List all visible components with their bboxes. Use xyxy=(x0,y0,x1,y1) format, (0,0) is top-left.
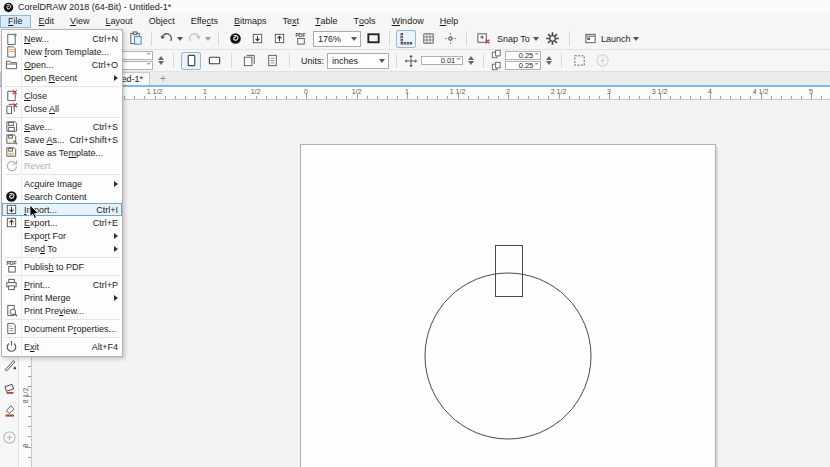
export-button[interactable] xyxy=(269,30,289,48)
file-menu-item-document-properties[interactable]: Document Properties... xyxy=(2,322,122,335)
menubar-item-table[interactable]: Table xyxy=(307,15,346,28)
file-menu-item-export[interactable]: Export...Ctrl+E xyxy=(2,216,122,229)
spin-up-icon[interactable] xyxy=(546,56,552,60)
file-menu-item-send-to[interactable]: Send To xyxy=(2,242,122,255)
property-bar: ""Units:inches0.01 "0.25 "0.25 " xyxy=(0,50,830,72)
file-menu-item-import[interactable]: Import...Ctrl+I xyxy=(2,203,122,216)
menubar-item-text[interactable]: Text xyxy=(275,15,308,28)
file-menu-item-new[interactable]: New...Ctrl+N xyxy=(2,32,122,45)
pen-tool-button[interactable] xyxy=(2,358,17,373)
menubar-item-bitmaps[interactable]: Bitmaps xyxy=(226,15,275,28)
ruler-tick xyxy=(447,96,448,99)
landscape-button[interactable] xyxy=(204,52,224,70)
menubar-item-tools[interactable]: Tools xyxy=(346,15,384,28)
show-grid-button[interactable] xyxy=(418,30,438,48)
file-menu-item-print[interactable]: Print...Ctrl+P xyxy=(2,278,122,291)
drawing-rectangle[interactable] xyxy=(496,246,523,297)
file-menu-item-open-recent[interactable]: Open Recent xyxy=(2,71,122,84)
file-menu-item-new-from-template[interactable]: New from Template... xyxy=(2,45,122,58)
snap-to-dropdown[interactable]: Snap To xyxy=(495,34,541,44)
all-pages-button[interactable] xyxy=(239,52,259,70)
current-page-button[interactable] xyxy=(262,52,282,70)
spin-down-icon[interactable] xyxy=(468,61,474,65)
close-document-icon xyxy=(3,89,20,102)
menubar-item-effects[interactable]: Effects xyxy=(183,15,226,28)
file-menu-item-revert[interactable]: Revert xyxy=(2,159,122,172)
file-menu-item-open[interactable]: Open...Ctrl+O xyxy=(2,58,122,71)
show-rulers-icon xyxy=(399,31,414,46)
menubar-item-layout[interactable]: Layout xyxy=(98,15,141,28)
chevron-down-icon xyxy=(533,37,539,41)
dropdown-button[interactable] xyxy=(375,54,388,68)
ruler-label: 4 xyxy=(708,88,712,95)
print-icon xyxy=(3,278,20,291)
add-tool-button[interactable] xyxy=(2,430,17,445)
spinner[interactable] xyxy=(466,56,476,65)
search-content-button[interactable] xyxy=(225,30,245,48)
file-menu-item-publish-to-pdf[interactable]: PDFPublish to PDF xyxy=(2,260,122,273)
file-menu-item-close[interactable]: Close xyxy=(2,89,122,102)
file-menu-item-save-as-template[interactable]: Save as Template... xyxy=(2,146,122,159)
ruler-tick xyxy=(488,96,489,99)
menubar-item-file[interactable]: File xyxy=(0,15,31,28)
import-button[interactable] xyxy=(247,30,267,48)
ruler-tick xyxy=(215,96,216,99)
file-menu-item-save-as[interactable]: Save As...Ctrl+Shift+S xyxy=(2,133,122,146)
zoom-level-combobox[interactable]: 176% xyxy=(313,31,361,47)
open-folder-icon xyxy=(3,58,20,71)
spinner[interactable] xyxy=(544,56,554,65)
eraser-tool-button[interactable] xyxy=(2,382,17,397)
duplicate-distance-x-field[interactable]: 0.25 " xyxy=(505,51,541,60)
launch-dropdown[interactable]: Launch xyxy=(582,32,642,45)
menubar-item-view[interactable]: View xyxy=(62,15,98,28)
dropdown-caret-icon[interactable] xyxy=(177,37,183,41)
menu-item-label: Print Preview... xyxy=(24,306,84,316)
file-menu-item-print-preview[interactable]: Print Preview... xyxy=(2,304,122,317)
fill-tool-button[interactable] xyxy=(2,404,17,419)
options-button[interactable] xyxy=(543,30,563,48)
publish-pdf-button[interactable]: PDF xyxy=(291,30,311,48)
add-plus-button[interactable] xyxy=(592,52,612,70)
menu-separator xyxy=(5,174,119,175)
dropdown-caret-icon[interactable] xyxy=(205,37,211,41)
horizontal-ruler[interactable]: 1 1/211/201/211 1/222 1/233 1/244 1/25 xyxy=(32,87,830,100)
file-menu-item-close-all[interactable]: Close All xyxy=(2,102,122,115)
drawing-canvas[interactable] xyxy=(32,100,830,467)
ruler-tick xyxy=(225,96,226,99)
menubar-item-edit[interactable]: Edit xyxy=(31,15,63,28)
menubar-item-window[interactable]: Window xyxy=(384,15,432,28)
paste-button[interactable] xyxy=(125,30,145,48)
portrait-button[interactable] xyxy=(181,52,201,70)
fullscreen-preview-button[interactable] xyxy=(363,30,383,48)
undo-button[interactable] xyxy=(158,30,184,48)
show-rulers-button[interactable] xyxy=(396,30,416,48)
ruler-tick xyxy=(649,96,650,99)
redo-button[interactable] xyxy=(186,30,212,48)
duplicate-distance-y-field[interactable]: 0.25 " xyxy=(505,61,541,70)
menubar-item-help[interactable]: Help xyxy=(432,15,467,28)
treat-as-filled-button[interactable] xyxy=(569,52,589,70)
menubar-item-object[interactable]: Object xyxy=(141,15,183,28)
file-menu-item-exit[interactable]: ExitAlt+F4 xyxy=(2,340,122,353)
spin-down-icon[interactable] xyxy=(546,61,552,65)
spin-up-icon[interactable] xyxy=(158,56,164,60)
spinner[interactable] xyxy=(156,56,166,65)
file-menu-item-search-content[interactable]: Search Content xyxy=(2,190,122,203)
units-select[interactable]: inches xyxy=(327,53,389,69)
dropdown-button[interactable] xyxy=(347,32,360,46)
drawing-ellipse[interactable] xyxy=(425,273,591,439)
file-menu-item-export-for[interactable]: Export For xyxy=(2,229,122,242)
show-guidelines-button[interactable] xyxy=(440,30,460,48)
ruler-tick xyxy=(791,96,792,99)
menu-item-label: Publish to PDF xyxy=(24,262,84,272)
new-tab-button[interactable]: + xyxy=(155,72,171,85)
ruler-tick xyxy=(579,96,580,99)
file-menu-item-acquire-image[interactable]: Acquire Image xyxy=(2,177,122,190)
menu-item-label: Close All xyxy=(24,104,59,114)
file-menu-item-save[interactable]: Save...Ctrl+S xyxy=(2,120,122,133)
snap-toggle-button[interactable] xyxy=(473,30,493,48)
nudge-offset-field[interactable]: 0.01 " xyxy=(421,56,463,65)
spin-down-icon[interactable] xyxy=(158,61,164,65)
spin-up-icon[interactable] xyxy=(468,56,474,60)
file-menu-item-print-merge[interactable]: Print Merge xyxy=(2,291,122,304)
